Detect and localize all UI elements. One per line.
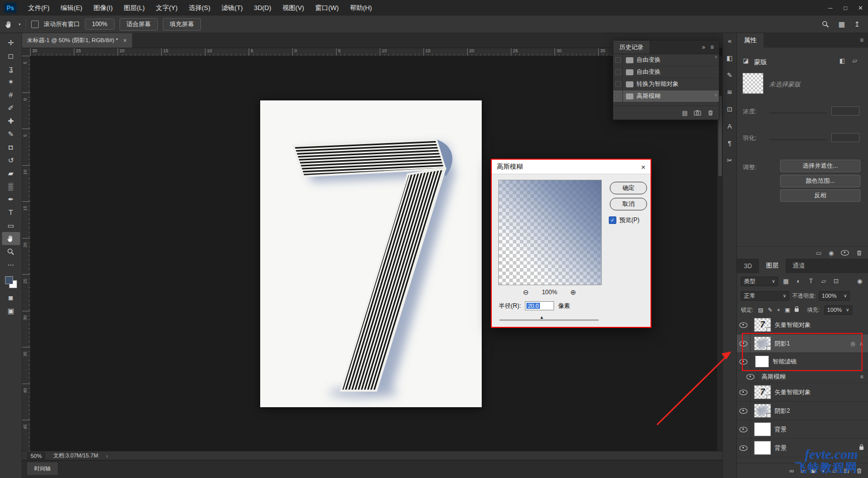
select-and-mask-button[interactable]: 选择并遮住...: [780, 160, 860, 172]
lock-transparent-icon[interactable]: ▨: [758, 307, 763, 313]
layer-row-selected[interactable]: 阴影1 ◎ ∧: [737, 334, 868, 353]
lock-all-icon[interactable]: [795, 308, 799, 312]
history-source-well[interactable]: [613, 78, 623, 90]
menu-filter[interactable]: 滤镜(T): [216, 0, 249, 16]
minimize-icon[interactable]: ─: [823, 0, 838, 16]
history-item[interactable]: 转换为智能对象: [613, 78, 719, 90]
feather-value-box[interactable]: [831, 133, 859, 142]
panel-collapse-icon[interactable]: »: [702, 44, 705, 51]
filter-type-icon[interactable]: T: [806, 278, 816, 285]
menu-view[interactable]: 视图(V): [277, 0, 309, 16]
tool-preset-caret-icon[interactable]: ▾: [19, 22, 21, 27]
zoom-out-icon[interactable]: ⊖: [523, 288, 529, 296]
filter-switch-icon[interactable]: ◉: [855, 278, 864, 285]
preview-checkbox[interactable]: ✓: [609, 216, 616, 224]
filter-image-icon[interactable]: ▦: [781, 278, 791, 285]
layer-row[interactable]: 背景: [737, 439, 868, 457]
feather-slider[interactable]: [769, 139, 826, 140]
properties-menu-icon[interactable]: ≡: [860, 37, 863, 44]
visibility-eye-icon[interactable]: [744, 371, 757, 383]
add-layer-mask-icon[interactable]: ◙: [811, 467, 815, 474]
delete-mask-icon[interactable]: [856, 250, 862, 256]
paragraph-panel-icon[interactable]: ¶: [728, 140, 731, 147]
character-panel-icon[interactable]: A: [727, 123, 732, 130]
history-item-selected[interactable]: 高斯模糊: [613, 90, 719, 102]
menu-help[interactable]: 帮助(H): [344, 0, 377, 16]
layer-row[interactable]: 背景: [737, 420, 868, 439]
menu-file[interactable]: 文件(F): [23, 0, 55, 16]
libraries-panel-icon[interactable]: ⊡: [727, 105, 732, 113]
scroll-up-icon[interactable]: ∧: [714, 55, 717, 59]
visibility-eye-icon[interactable]: [737, 420, 750, 438]
new-document-from-state-icon[interactable]: ▤: [682, 109, 688, 116]
panel-menu-icon[interactable]: ≡: [710, 44, 714, 51]
mask-thumbnail[interactable]: [743, 73, 763, 93]
visibility-eye-icon[interactable]: [737, 316, 750, 334]
invert-button[interactable]: 反相: [780, 189, 860, 202]
zoom-level-field[interactable]: 50%: [27, 452, 45, 459]
layer-name[interactable]: 矢量智能对象: [775, 388, 811, 397]
layer-row[interactable]: 阴影2: [737, 402, 868, 420]
layer-style-fx-icon[interactable]: fx: [801, 468, 805, 474]
clone-stamp-tool[interactable]: ◘: [2, 141, 20, 154]
adjustments-panel-icon[interactable]: ◧: [726, 54, 732, 62]
menu-layer[interactable]: 图层(L): [118, 0, 150, 16]
blur-preview-area[interactable]: [498, 180, 602, 285]
visibility-eye-icon[interactable]: [737, 353, 750, 370]
scroll-all-windows-checkbox[interactable]: [31, 21, 39, 28]
layer-name[interactable]: 矢量智能对象: [775, 321, 811, 329]
lock-pixels-icon[interactable]: ✎: [768, 307, 772, 313]
link-layers-icon[interactable]: ∞: [790, 467, 794, 474]
new-layer-icon[interactable]: ⊞: [844, 467, 849, 474]
add-vector-mask-icon[interactable]: ▱: [852, 57, 857, 64]
layer-thumbnail[interactable]: [754, 337, 771, 350]
layer-name[interactable]: 背景: [775, 425, 787, 434]
edit-toolbar-button[interactable]: ⋯: [2, 258, 20, 271]
history-item[interactable]: 自由变换: [613, 54, 719, 66]
radius-slider-track[interactable]: [499, 319, 599, 321]
tab-3d[interactable]: 3D: [737, 259, 759, 273]
layer-filter-kind-select[interactable]: 类型 ∨: [741, 277, 778, 286]
radius-input[interactable]: 20.0: [525, 301, 554, 310]
tab-layers[interactable]: 图层: [759, 259, 786, 273]
filter-shape-icon[interactable]: ▱: [819, 278, 828, 285]
document-tab[interactable]: 未标题-1 @ 50% (阴影1, RGB/8#) * ×: [22, 33, 132, 48]
disable-mask-eye-icon[interactable]: [841, 250, 849, 256]
zoom-100-button[interactable]: 100%: [85, 19, 115, 30]
gradient-tool[interactable]: ▒: [2, 180, 20, 193]
type-tool[interactable]: T: [2, 206, 20, 219]
collapse-filters-icon[interactable]: ∧: [859, 340, 863, 347]
radius-slider-thumb[interactable]: ▲: [539, 315, 544, 320]
filter-smart-object-icon[interactable]: ⊡: [831, 278, 841, 285]
collapse-dock-icon[interactable]: «: [728, 37, 731, 45]
zoom-in-icon[interactable]: ⊕: [570, 288, 576, 296]
visibility-eye-icon[interactable]: [737, 402, 750, 420]
blend-mode-select[interactable]: 正常 ∨: [741, 291, 789, 301]
scroll-down-icon[interactable]: ∨: [714, 93, 717, 97]
add-pixel-mask-icon[interactable]: ◧: [839, 57, 845, 64]
layer-row[interactable]: 7 矢量智能对象: [737, 316, 868, 334]
menu-type[interactable]: 文字(Y): [150, 0, 183, 16]
layer-name[interactable]: 背景: [775, 444, 787, 452]
history-source-well[interactable]: [613, 66, 623, 78]
timeline-tab[interactable]: 时间轴: [27, 462, 58, 475]
dialog-close-icon[interactable]: ×: [641, 163, 645, 171]
menu-edit[interactable]: 编辑(E): [55, 0, 88, 16]
new-snapshot-icon[interactable]: [694, 110, 701, 115]
layer-name[interactable]: 高斯模糊: [762, 373, 786, 381]
layer-name[interactable]: 智能滤镜: [773, 357, 797, 366]
history-item[interactable]: 自由变换: [613, 66, 719, 78]
marquee-tool[interactable]: ◻: [2, 49, 20, 62]
eyedropper-tool[interactable]: ✐: [2, 101, 20, 114]
hand-tool-icon[interactable]: [5, 20, 14, 29]
crop-tool[interactable]: #: [2, 88, 20, 101]
status-options-icon[interactable]: ›: [106, 453, 108, 459]
visibility-eye-icon[interactable]: [737, 334, 750, 352]
layer-thumbnail[interactable]: [754, 423, 771, 436]
new-group-icon[interactable]: ▱: [832, 467, 837, 474]
lock-artboard-icon[interactable]: ▣: [785, 307, 790, 313]
filter-blend-options-icon[interactable]: ≡: [860, 374, 863, 380]
menu-select[interactable]: 选择(S): [183, 0, 215, 16]
layer-name[interactable]: 阴影1: [775, 339, 790, 348]
history-source-well[interactable]: [613, 90, 623, 102]
